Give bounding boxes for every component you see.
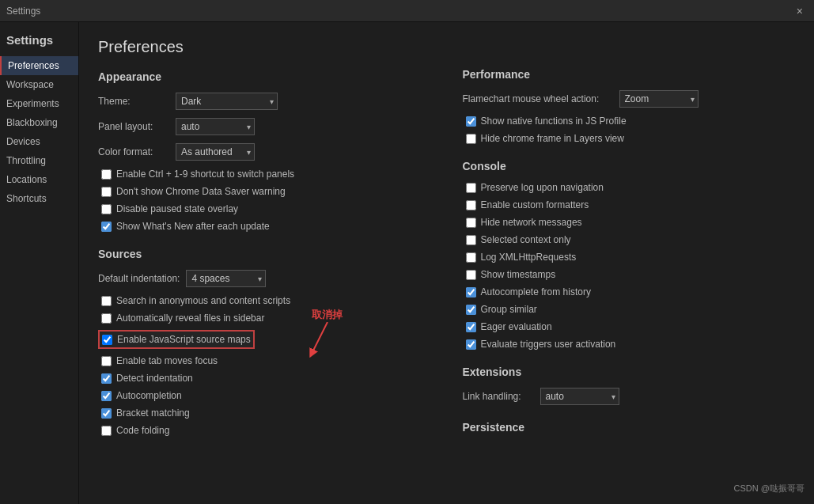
console-section-title: Console: [463, 160, 796, 172]
checkbox-searchanon-row: Search in anonymous and content scripts: [98, 295, 431, 306]
theme-row: Theme: Dark Light System preference: [98, 93, 431, 110]
sidebar-item-workspace[interactable]: Workspace: [0, 75, 78, 94]
checkbox-codefolding-row: Code folding: [98, 425, 431, 436]
checkbox-autocompletion-row: Autocompletion: [98, 390, 431, 401]
svg-line-0: [312, 322, 327, 354]
checkbox-shownativefn[interactable]: [466, 116, 476, 127]
checkbox-autocompletion[interactable]: [101, 391, 112, 401]
checkbox-hidenetwork[interactable]: [466, 218, 476, 228]
checkbox-nodatasaver[interactable]: [101, 187, 112, 197]
checkbox-preservelog[interactable]: [466, 183, 476, 193]
checkbox-groupsimilar-label[interactable]: Group similar: [481, 304, 537, 315]
checkbox-shownew[interactable]: [101, 222, 112, 232]
sidebar-item-locations[interactable]: Locations: [0, 170, 78, 189]
checkbox-disablepause-label[interactable]: Disable paused state overlay: [116, 203, 238, 214]
checkbox-enablejssourcemaps-label[interactable]: Enable JavaScript source maps: [117, 334, 251, 345]
sidebar-item-shortcuts[interactable]: Shortcuts: [0, 189, 78, 208]
checkbox-groupsimilar-row: Group similar: [463, 304, 796, 315]
sources-section: Sources Default indentation: 2 spaces 4 …: [98, 248, 431, 436]
appearance-section: Appearance Theme: Dark Light System pref…: [98, 70, 431, 232]
checkbox-ctrl19-label[interactable]: Enable Ctrl + 1-9 shortcut to switch pan…: [116, 169, 294, 180]
checkbox-nodatasaver-row: Don't show Chrome Data Saver warning: [98, 186, 431, 197]
checkbox-bracketmatching-row: Bracket matching: [98, 407, 431, 419]
checkbox-shownew-label[interactable]: Show What's New after each update: [116, 221, 270, 232]
sidebar-item-blackboxing[interactable]: Blackboxing: [0, 113, 78, 132]
checkbox-searchanon[interactable]: [101, 296, 112, 306]
annotation-text: 取消掉: [312, 308, 343, 322]
sidebar-item-devices[interactable]: Devices: [0, 132, 78, 151]
checkbox-shownativefn-label[interactable]: Show native functions in JS Profile: [481, 116, 627, 127]
sidebar-item-preferences[interactable]: Preferences: [0, 56, 78, 75]
checkbox-bracketmatching-label[interactable]: Bracket matching: [116, 407, 190, 419]
checkbox-showtimestamps-row: Show timestamps: [463, 269, 796, 280]
checkbox-nodatasaver-label[interactable]: Don't show Chrome Data Saver warning: [116, 186, 286, 197]
checkbox-shownew-row: Show What's New after each update: [98, 221, 431, 232]
checkbox-evaluatetriggers[interactable]: [466, 339, 476, 350]
checkbox-selectedonly-label[interactable]: Selected context only: [481, 234, 571, 245]
checkbox-autorevealsidebar[interactable]: [101, 313, 112, 324]
sidebar-item-experiments[interactable]: Experiments: [0, 94, 78, 113]
checkbox-searchanon-label[interactable]: Search in anonymous and content scripts: [116, 295, 290, 306]
checkbox-autocompletefromhistory-label[interactable]: Autocomplete from history: [481, 286, 591, 297]
checkbox-enablejssourcemaps[interactable]: [102, 335, 112, 345]
title-bar-title: Settings: [6, 6, 40, 17]
color-format-row: Color format: As authored HEX RGB HSL: [98, 143, 431, 161]
watermark: CSDN @哒振哥哥: [734, 483, 805, 495]
checkbox-autorevealsidebar-row: Automatically reveal files in sidebar: [98, 313, 431, 324]
annotation-arrow: [304, 322, 351, 362]
checkbox-autocompletefromhistory[interactable]: [466, 287, 476, 297]
checkbox-showtimestamps[interactable]: [466, 270, 476, 280]
checkbox-enabletabfocus[interactable]: [101, 356, 112, 366]
checkbox-logxmlhttp[interactable]: [466, 252, 476, 263]
checkbox-ctrl19[interactable]: [101, 169, 112, 180]
left-panel: Preferences Appearance Theme: Dark Light…: [98, 38, 431, 488]
checkbox-autocompletion-label[interactable]: Autocompletion: [116, 390, 182, 401]
color-format-select[interactable]: As authored HEX RGB HSL: [176, 143, 255, 161]
link-handling-select-wrapper: auto handoff: [540, 388, 619, 405]
checkbox-codefolding[interactable]: [101, 426, 112, 436]
link-handling-label: Link handling:: [463, 391, 534, 402]
checkbox-ctrl19-row: Enable Ctrl + 1-9 shortcut to switch pan…: [98, 169, 431, 180]
checkbox-disablepause-row: Disable paused state overlay: [98, 203, 431, 214]
theme-select[interactable]: Dark Light System preference: [176, 93, 278, 110]
panel-layout-select[interactable]: auto horizontal vertical: [176, 118, 255, 135]
checkbox-hidechromeframe-label[interactable]: Hide chrome frame in Layers view: [481, 133, 624, 144]
checkbox-customformatters[interactable]: [466, 200, 476, 210]
console-section: Console Preserve log upon navigation Ena…: [463, 160, 796, 350]
checkbox-logxmlhttp-label[interactable]: Log XMLHttpRequests: [481, 252, 577, 263]
checkbox-evaluatetriggers-label[interactable]: Evaluate triggers user activation: [481, 339, 616, 350]
extensions-section: Extensions Link handling: auto handoff: [463, 366, 796, 405]
checkbox-groupsimilar[interactable]: [466, 305, 476, 315]
checkbox-eagerevaluation-label[interactable]: Eager evaluation: [481, 321, 552, 332]
default-indent-select[interactable]: 2 spaces 4 spaces 8 spaces Tab character: [186, 270, 266, 287]
performance-section: Performance Flamechart mouse wheel actio…: [463, 68, 796, 144]
link-handling-select[interactable]: auto handoff: [540, 388, 619, 405]
sidebar-item-throttling[interactable]: Throttling: [0, 151, 78, 170]
content-area: Preferences Appearance Theme: Dark Light…: [79, 22, 814, 504]
checkbox-preservelog-label[interactable]: Preserve log upon navigation: [481, 182, 604, 193]
checkbox-eagerevaluation[interactable]: [466, 322, 476, 332]
checkbox-enabletabfocus-label[interactable]: Enable tab moves focus: [116, 355, 218, 366]
checkbox-showtimestamps-label[interactable]: Show timestamps: [481, 269, 556, 280]
link-handling-row: Link handling: auto handoff: [463, 388, 796, 405]
checkbox-codefolding-label[interactable]: Code folding: [116, 425, 169, 436]
panel-layout-select-wrapper: auto horizontal vertical: [176, 118, 255, 135]
checkbox-detectindent-label[interactable]: Detect indentation: [116, 373, 193, 384]
sidebar-header: Settings: [0, 28, 78, 56]
checkbox-disablepause[interactable]: [101, 204, 112, 214]
checkbox-detectindent[interactable]: [101, 373, 112, 384]
checkbox-selectedonly-row: Selected context only: [463, 234, 796, 245]
flamechart-select[interactable]: Zoom Scroll: [619, 90, 699, 108]
checkbox-eagerevaluation-row: Eager evaluation: [463, 321, 796, 332]
checkbox-bracketmatching[interactable]: [101, 408, 112, 419]
checkbox-autorevealsidebar-label[interactable]: Automatically reveal files in sidebar: [116, 313, 264, 324]
checkbox-hidechromeframe[interactable]: [466, 134, 476, 144]
checkbox-customformatters-label[interactable]: Enable custom formatters: [481, 199, 589, 210]
checkbox-selectedonly[interactable]: [466, 235, 476, 245]
checkbox-hidenetwork-label[interactable]: Hide network messages: [481, 217, 582, 228]
close-button[interactable]: ×: [792, 3, 808, 19]
color-format-select-wrapper: As authored HEX RGB HSL: [176, 143, 255, 161]
main-layout: Settings Preferences Workspace Experimen…: [0, 22, 814, 504]
checkbox-enabletabfocus-row: Enable tab moves focus: [98, 355, 431, 366]
checkbox-logxmlhttp-row: Log XMLHttpRequests: [463, 252, 796, 263]
